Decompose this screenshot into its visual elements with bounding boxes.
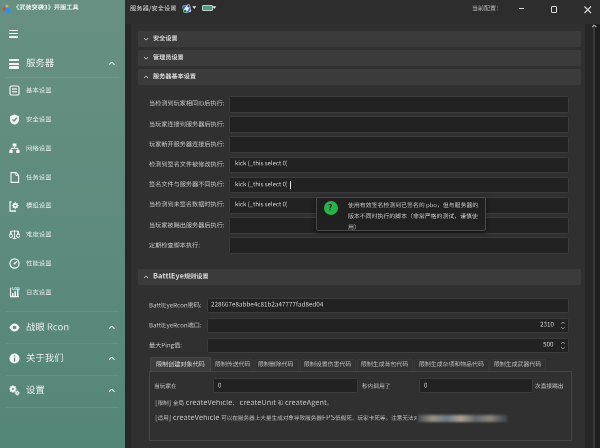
svg-text:LOG: LOG [12,287,20,291]
